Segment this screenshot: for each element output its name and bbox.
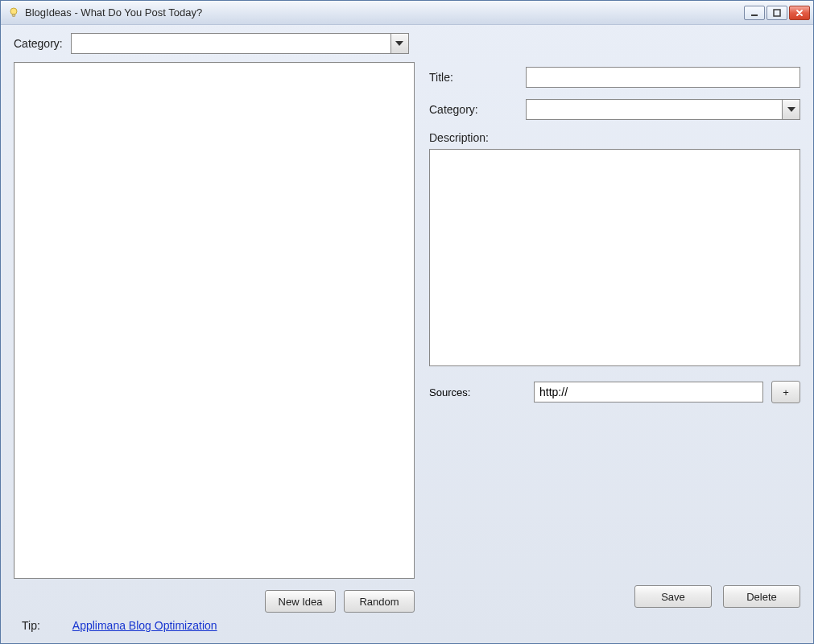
svg-rect-2: [751, 14, 758, 16]
svg-rect-1: [12, 14, 14, 16]
title-label: Title:: [429, 71, 526, 84]
detail-category-label: Category:: [429, 103, 526, 116]
lightbulb-icon: [7, 6, 20, 19]
svg-rect-3: [774, 10, 780, 16]
minimize-button[interactable]: [744, 6, 765, 20]
filter-category-input[interactable]: [72, 34, 390, 53]
left-buttons: New Idea Random: [14, 590, 415, 613]
ideas-listbox[interactable]: [14, 62, 415, 579]
sources-input[interactable]: [534, 382, 763, 402]
title-input[interactable]: [526, 67, 800, 88]
right-column: Title: Category: Description: Sources: [429, 62, 800, 613]
filter-category-combo[interactable]: [71, 33, 409, 54]
close-button[interactable]: [789, 6, 810, 20]
main-area: New Idea Random Title: Category:: [14, 62, 800, 613]
client-area: Category: New Idea Random Title:: [1, 25, 813, 643]
detail-category-input[interactable]: [527, 100, 782, 119]
window-title: BlogIdeas - What Do You Post Today?: [25, 6, 744, 19]
chevron-down-icon[interactable]: [782, 100, 800, 119]
detail-category-combo[interactable]: [526, 99, 800, 120]
left-column: New Idea Random: [14, 62, 415, 613]
filter-category-label: Category:: [14, 37, 63, 50]
right-buttons: Save Delete: [429, 569, 800, 613]
delete-button[interactable]: Delete: [723, 585, 800, 608]
titlebar: BlogIdeas - What Do You Post Today?: [1, 1, 813, 25]
save-button[interactable]: Save: [634, 585, 712, 608]
description-textarea[interactable]: [429, 149, 800, 366]
description-label: Description:: [429, 131, 800, 144]
footer: Tip: Applimana Blog Optimization: [14, 613, 800, 634]
title-row: Title:: [429, 67, 800, 88]
svg-point-0: [10, 8, 17, 14]
random-button[interactable]: Random: [344, 590, 415, 613]
filter-row: Category:: [14, 33, 800, 54]
tip-link[interactable]: Applimana Blog Optimization: [72, 619, 217, 632]
add-source-button[interactable]: +: [771, 381, 800, 403]
maximize-button[interactable]: [766, 6, 787, 20]
window-controls: [744, 6, 810, 20]
sources-row: Sources: +: [429, 381, 800, 403]
app-window: BlogIdeas - What Do You Post Today? Cate…: [0, 0, 814, 644]
detail-category-row: Category:: [429, 99, 800, 120]
tip-label: Tip:: [22, 619, 40, 632]
sources-label: Sources:: [429, 386, 526, 398]
chevron-down-icon[interactable]: [390, 34, 408, 53]
new-idea-button[interactable]: New Idea: [265, 590, 336, 613]
